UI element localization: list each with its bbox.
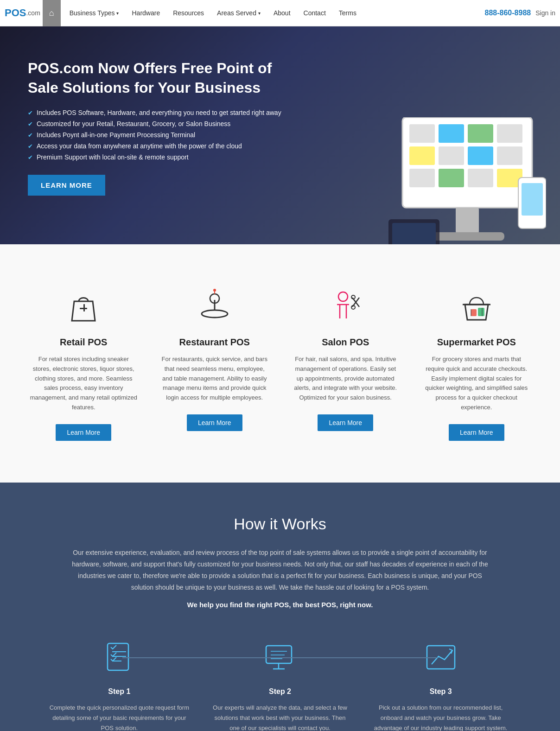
svg-rect-10	[439, 169, 464, 187]
home-button[interactable]: ⌂	[43, 0, 61, 26]
svg-rect-9	[409, 169, 435, 187]
salon-icon	[325, 286, 366, 328]
svg-rect-13	[456, 208, 479, 233]
retail-icon	[63, 286, 104, 328]
logo[interactable]: POS.com	[5, 7, 40, 19]
svg-rect-5	[409, 146, 435, 165]
svg-rect-6	[439, 146, 464, 165]
hero-cta-button[interactable]: LEARN MORE	[28, 175, 105, 196]
salon-pos-description: For hair, nail salons, and spa. Intuitiv…	[292, 355, 400, 403]
svg-rect-3	[468, 124, 493, 143]
svg-rect-16	[522, 183, 543, 216]
hero-section: POS.com Now Offers Free Point of Sale So…	[0, 26, 560, 244]
step-2-icon	[259, 636, 301, 678]
retail-learn-more-button[interactable]: Learn More	[56, 424, 111, 441]
svg-rect-11	[468, 169, 493, 187]
hero-image	[388, 117, 546, 244]
how-it-works-section: How it Works Our extensive experience, e…	[0, 483, 560, 731]
nav-item-areas-served[interactable]: Areas Served ▾	[210, 0, 267, 26]
navigation: POS.com ⌂ Business Types ▾ Hardware Reso…	[0, 0, 560, 26]
home-icon: ⌂	[49, 8, 54, 18]
hero-feature-3: Includes Poynt all-in-one Payment Proces…	[28, 131, 297, 139]
salon-pos-title: Salon POS	[292, 337, 400, 348]
nav-item-resources[interactable]: Resources	[166, 0, 210, 26]
step-3: Step 3 Pick out a solution from our reco…	[369, 636, 512, 731]
step-3-icon	[420, 636, 462, 678]
phone-number[interactable]: 888-860-8988	[485, 9, 531, 17]
step-1-description: Complete the quick personalized quote re…	[48, 703, 191, 731]
step-2-label: Step 2	[209, 687, 351, 696]
service-card-retail: Retail POS For retail stores including s…	[25, 277, 142, 450]
how-it-works-title: How it Works	[28, 515, 532, 533]
step-3-description: Pick out a solution from our recommended…	[369, 703, 512, 731]
step-3-label: Step 3	[369, 687, 512, 696]
how-it-works-description: Our extensive experience, evaluation, an…	[71, 547, 489, 594]
service-card-restaurant: Restaurant POS For restaurants, quick se…	[156, 277, 274, 450]
hero-features-list: Includes POS Software, Hardware, and eve…	[28, 109, 297, 161]
hero-feature-4: Access your data from anywhere at anytim…	[28, 142, 297, 150]
dropdown-arrow: ▾	[258, 11, 261, 16]
svg-rect-7	[468, 146, 493, 165]
dropdown-arrow: ▾	[116, 11, 119, 16]
retail-pos-description: For retail stores including sneaker stor…	[30, 355, 138, 413]
steps-grid: Step 1 Complete the quick personalized q…	[48, 636, 512, 731]
svg-point-25	[213, 289, 216, 292]
restaurant-learn-more-button[interactable]: Learn More	[187, 414, 242, 431]
supermarket-pos-description: For grocery stores and marts that requir…	[423, 355, 531, 413]
restaurant-pos-title: Restaurant POS	[161, 337, 269, 348]
step-2-description: Our experts will analyze the data, and s…	[209, 703, 351, 731]
service-card-salon: Salon POS For hair, nail salons, and spa…	[287, 277, 404, 450]
supermarket-pos-title: Supermarket POS	[423, 337, 531, 348]
step-1-icon	[98, 636, 140, 678]
services-section: Retail POS For retail stores including s…	[0, 244, 560, 483]
svg-rect-35	[478, 308, 484, 316]
logo-text: POS	[5, 7, 26, 19]
svg-rect-14	[430, 232, 504, 241]
svg-point-21	[202, 310, 228, 318]
hero-feature-2: Customized for your Retail, Restaurant, …	[28, 120, 297, 127]
logo-suffix: .com	[26, 9, 40, 17]
svg-rect-20	[83, 304, 85, 311]
nav-item-business-types[interactable]: Business Types ▾	[63, 0, 126, 26]
svg-rect-1	[409, 124, 435, 143]
pos-terminal-illustration	[388, 117, 546, 244]
svg-rect-42	[266, 646, 292, 663]
hero-content: POS.com Now Offers Free Point of Sale So…	[28, 59, 297, 196]
step-1-label: Step 1	[48, 687, 191, 696]
nav-item-contact[interactable]: Contact	[297, 0, 332, 26]
step-1: Step 1 Complete the quick personalized q…	[48, 636, 191, 731]
services-grid: Retail POS For retail stores including s…	[25, 277, 535, 450]
supermarket-icon	[456, 286, 497, 328]
hero-feature-5: Premium Support with local on-site & rem…	[28, 153, 297, 161]
supermarket-learn-more-button[interactable]: Learn More	[449, 424, 504, 441]
restaurant-pos-description: For restaurants, quick service, and bars…	[161, 355, 269, 403]
nav-item-terms[interactable]: Terms	[332, 0, 363, 26]
svg-rect-4	[497, 124, 522, 143]
svg-rect-8	[497, 146, 522, 165]
restaurant-icon	[194, 286, 235, 328]
nav-item-about[interactable]: About	[267, 0, 297, 26]
svg-rect-34	[471, 309, 477, 316]
step-2: Step 2 Our experts will analyze the data…	[209, 636, 351, 731]
retail-pos-title: Retail POS	[30, 337, 138, 348]
nav-item-hardware[interactable]: Hardware	[125, 0, 166, 26]
how-it-works-tagline: We help you find the right POS, the best…	[28, 601, 532, 609]
sign-in-link[interactable]: Sign in	[535, 9, 555, 17]
hero-headline: POS.com Now Offers Free Point of Sale So…	[28, 59, 297, 97]
nav-menu: Business Types ▾ Hardware Resources Area…	[63, 0, 480, 26]
svg-rect-18	[392, 223, 436, 244]
svg-point-26	[338, 292, 348, 301]
hero-feature-1: Includes POS Software, Hardware, and eve…	[28, 109, 297, 116]
salon-learn-more-button[interactable]: Learn More	[318, 414, 373, 431]
service-card-supermarket: Supermarket POS For grocery stores and m…	[418, 277, 535, 450]
svg-rect-2	[439, 124, 464, 143]
